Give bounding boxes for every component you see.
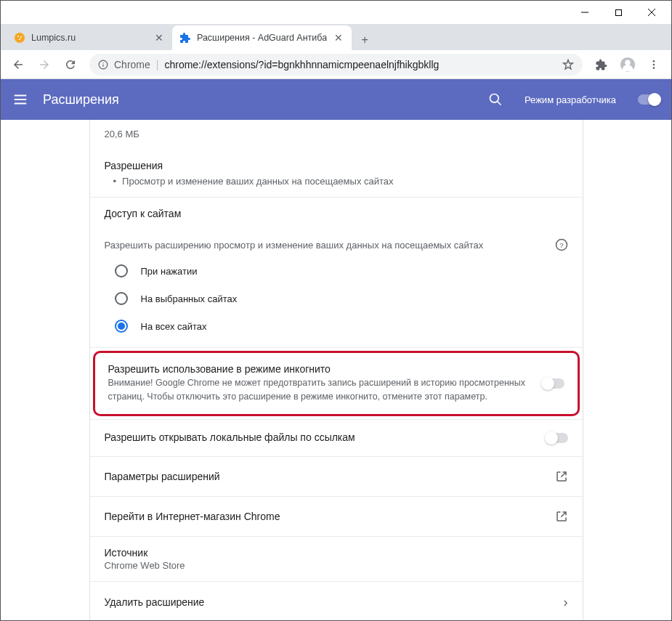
options-label: Параметры расширений	[105, 471, 555, 482]
reload-button[interactable]	[59, 53, 82, 76]
orange-favicon	[14, 32, 25, 44]
extension-options-row[interactable]: Параметры расширений	[90, 457, 583, 496]
source-value: Chrome Web Store	[105, 560, 568, 571]
remove-extension-row[interactable]: Удалить расширение ›	[90, 582, 583, 622]
radio-icon	[115, 320, 128, 333]
svg-point-15	[653, 67, 655, 69]
incognito-title: Разрешить использование в режиме инкогни…	[108, 363, 531, 375]
chevron-right-icon: ›	[564, 595, 568, 610]
source-heading: Источник	[105, 547, 568, 559]
window-controls	[1, 1, 671, 24]
open-external-icon	[555, 470, 568, 483]
omni-separator: |	[156, 59, 159, 70]
help-icon[interactable]: ?	[555, 238, 568, 251]
tab-close-icon[interactable]: ✕	[153, 32, 165, 44]
source-section: Источник Chrome Web Store	[90, 537, 583, 581]
developer-mode-toggle[interactable]	[638, 94, 660, 105]
extension-favicon	[179, 32, 191, 44]
bookmark-star-icon[interactable]	[562, 59, 574, 70]
radio-label: При нажатии	[141, 266, 198, 277]
svg-text:?: ?	[559, 241, 564, 249]
developer-mode-label: Режим разработчика	[525, 94, 616, 105]
tab-title: Lumpics.ru	[31, 33, 147, 43]
radio-on-click[interactable]: При нажатии	[105, 257, 568, 285]
new-tab-button[interactable]: +	[355, 30, 375, 50]
radio-specific-sites[interactable]: На выбранных сайтах	[105, 285, 568, 312]
site-access-radio-group: При нажатии На выбранных сайтах На всех …	[90, 253, 583, 347]
permissions-heading: Разрешения	[105, 160, 568, 171]
page-title: Расширения	[43, 92, 474, 107]
radio-icon	[115, 292, 128, 305]
svg-point-7	[19, 38, 20, 40]
radio-icon	[115, 264, 128, 277]
file-urls-toggle[interactable]	[546, 433, 568, 443]
extension-size: 20,6 МБ	[90, 120, 583, 150]
extensions-menu-button[interactable]	[590, 53, 613, 76]
tab-extensions[interactable]: Расширения - AdGuard Антиба ✕	[172, 25, 352, 50]
extensions-header: Расширения Режим разработчика	[1, 79, 671, 120]
svg-point-13	[653, 60, 655, 62]
toolbar: Chrome | chrome://extensions/?id=bgnkhhn…	[1, 50, 671, 79]
remove-label: Удалить расширение	[105, 596, 564, 608]
window-minimize-button[interactable]	[568, 1, 602, 23]
profile-avatar-button[interactable]	[616, 53, 639, 76]
extension-detail-card: 20,6 МБ Разрешения Просмотр и изменение …	[89, 120, 583, 621]
content-scroll[interactable]: 20,6 МБ Разрешения Просмотр и изменение …	[1, 120, 671, 621]
radio-label: На выбранных сайтах	[141, 293, 238, 304]
back-button[interactable]	[7, 53, 30, 76]
address-bar[interactable]: Chrome | chrome://extensions/?id=bgnkhhn…	[89, 54, 583, 76]
permission-item: Просмотр и изменение ваших данных на пос…	[105, 176, 568, 187]
site-access-section: Доступ к сайтам	[90, 198, 583, 234]
tab-title: Расширения - AdGuard Антиба	[197, 33, 327, 43]
webstore-label: Перейти в Интернет-магазин Chrome	[105, 511, 555, 522]
file-urls-toggle-row: Разрешить открывать локальные файлы по с…	[90, 420, 583, 456]
site-access-heading: Доступ к сайтам	[105, 208, 568, 219]
webstore-row[interactable]: Перейти в Интернет-магазин Chrome	[90, 497, 583, 536]
hamburger-menu-icon[interactable]	[12, 92, 28, 107]
radio-all-sites[interactable]: На всех сайтах	[105, 312, 568, 340]
svg-point-6	[20, 36, 22, 38]
open-external-icon	[555, 510, 568, 523]
file-urls-title: Разрешить открывать локальные файлы по с…	[105, 431, 535, 443]
site-access-subtitle: Разрешить расширению просмотр и изменени…	[105, 240, 555, 251]
omni-prefix: Chrome	[114, 59, 150, 70]
site-access-subrow: Разрешить расширению просмотр и изменени…	[90, 234, 583, 253]
site-info-icon[interactable]	[98, 60, 108, 70]
svg-rect-1	[615, 9, 621, 15]
incognito-description: Внимание! Google Chrome не может предотв…	[108, 376, 531, 404]
tab-close-icon[interactable]: ✕	[333, 32, 344, 44]
incognito-toggle[interactable]	[543, 378, 564, 389]
incognito-toggle-row: Разрешить использование в режиме инкогни…	[93, 351, 580, 416]
svg-line-17	[497, 102, 501, 105]
browser-menu-button[interactable]	[642, 53, 665, 76]
svg-point-12	[625, 60, 630, 65]
svg-point-14	[653, 63, 655, 65]
svg-point-4	[15, 33, 25, 43]
svg-point-5	[17, 36, 19, 37]
radio-label: На всех сайтах	[141, 321, 207, 332]
permissions-section: Разрешения Просмотр и изменение ваших да…	[90, 150, 583, 197]
tab-strip: Lumpics.ru ✕ Расширения - AdGuard Антиба…	[1, 24, 671, 50]
omni-url: chrome://extensions/?id=bgnkhhnnamicmpee…	[164, 59, 439, 70]
tab-lumpics[interactable]: Lumpics.ru ✕	[7, 25, 172, 50]
search-icon[interactable]	[488, 92, 503, 107]
window-close-button[interactable]	[635, 1, 668, 23]
window-maximize-button[interactable]	[602, 1, 635, 23]
svg-point-16	[490, 94, 498, 103]
forward-button[interactable]	[33, 53, 56, 76]
